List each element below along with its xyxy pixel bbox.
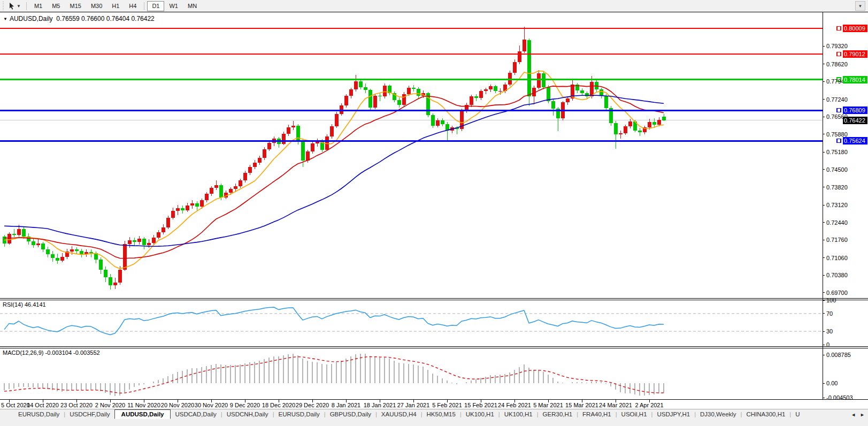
timeframe-button-d1[interactable]: D1	[147, 1, 164, 11]
tab-gbpusd-daily[interactable]: GBPUSD,Daily	[326, 409, 375, 419]
svg-text:0.72440: 0.72440	[826, 219, 848, 226]
toolbar-separator	[144, 2, 144, 10]
svg-text:0.79012: 0.79012	[844, 51, 865, 57]
svg-text:30 Nov 2020: 30 Nov 2020	[195, 402, 228, 408]
svg-text:20 Nov 2020: 20 Nov 2020	[161, 402, 194, 408]
tab-usdcad-daily[interactable]: USDCAD,Daily	[171, 409, 220, 419]
timeframe-button-m5[interactable]: M5	[47, 1, 65, 11]
svg-text:0.74500: 0.74500	[826, 166, 848, 173]
tab-scroll-right-button[interactable]: ►	[858, 409, 867, 417]
svg-text:0.00: 0.00	[826, 380, 838, 386]
tab-hk50-m15[interactable]: HK50,M15	[423, 409, 460, 419]
svg-text:0.78014: 0.78014	[844, 77, 865, 83]
svg-text:-0.004503: -0.004503	[826, 394, 853, 401]
chevron-down-icon: ▼	[17, 4, 21, 9]
chart-window: 0.793200.786200.779400.772400.765600.758…	[0, 12, 868, 409]
svg-text:0.75180: 0.75180	[826, 149, 848, 155]
svg-text:0.76809: 0.76809	[844, 107, 865, 113]
svg-text:0.76422: 0.76422	[844, 117, 865, 124]
svg-text:100: 100	[826, 297, 836, 303]
svg-text:24 Feb 2021: 24 Feb 2021	[498, 402, 531, 408]
svg-text:2 Apr 2021: 2 Apr 2021	[635, 402, 663, 408]
svg-text:0.73820: 0.73820	[826, 184, 848, 191]
svg-text:27 Jan 2021: 27 Jan 2021	[397, 402, 430, 408]
svg-text:14 Oct 2020: 14 Oct 2020	[27, 402, 59, 408]
svg-text:0: 0	[826, 341, 829, 348]
svg-text:5 Mar 2021: 5 Mar 2021	[533, 402, 563, 408]
svg-text:0.75880: 0.75880	[826, 131, 848, 138]
tab-scroll-group: ◄ ►	[849, 409, 868, 421]
timeframe-button-m15[interactable]: M15	[65, 1, 86, 11]
svg-text:0.70380: 0.70380	[826, 272, 848, 278]
timeframe-button-w1[interactable]: W1	[164, 1, 183, 11]
chart-tab-bar: EURUSD,Daily|USDCHF,DailyAUDUSD,DailyUSD…	[0, 409, 868, 426]
svg-text:0.75624: 0.75624	[844, 138, 865, 144]
svg-text:18 Dec 2020: 18 Dec 2020	[262, 402, 295, 408]
svg-text:2 Nov 2020: 2 Nov 2020	[95, 402, 125, 408]
cursor-tool-button[interactable]: ▼	[7, 2, 22, 10]
tab-usoil-h1[interactable]: USOil,H1	[617, 409, 651, 419]
tab-eurusd-daily[interactable]: EURUSD,Daily	[274, 409, 324, 419]
svg-text:70: 70	[826, 310, 833, 317]
timeframe-button-h1[interactable]: H1	[107, 1, 124, 11]
svg-text:9 Dec 2020: 9 Dec 2020	[230, 402, 260, 408]
svg-text:18 Jan 2021: 18 Jan 2021	[364, 402, 396, 408]
svg-text:5 Oct 2020: 5 Oct 2020	[1, 402, 30, 408]
svg-text:0.78620: 0.78620	[826, 61, 848, 67]
cursor-icon	[9, 3, 15, 10]
tab-usdcnh-daily[interactable]: USDCNH,Daily	[222, 409, 273, 419]
svg-text:30: 30	[826, 328, 833, 334]
toolbar-grip[interactable]	[2, 2, 5, 10]
tab-audusd-daily[interactable]: AUDUSD,Daily	[114, 409, 171, 419]
tab-usdjpy-h1[interactable]: USDJPY,H1	[652, 409, 694, 419]
tab-xauusd-h4[interactable]: XAUUSD,H4	[377, 409, 421, 419]
chart-canvas[interactable]: 0.793200.786200.779400.772400.765600.758…	[0, 12, 868, 409]
toolbar-overflow-button[interactable]: ▼	[855, 1, 865, 11]
toolbar-separator	[26, 2, 27, 10]
tab-ger30-h1[interactable]: GER30,H1	[539, 409, 577, 419]
svg-text:24 Mar 2021: 24 Mar 2021	[599, 402, 632, 408]
svg-text:0.69700: 0.69700	[826, 290, 848, 296]
tab-scroll-left-button[interactable]: ◄	[849, 409, 858, 417]
timeframe-buttons: M1M5M15M30H1H4D1W1MN	[29, 1, 202, 11]
tab-china300-h1[interactable]: CHINA300,H1	[742, 409, 789, 419]
tab-usdchf-daily[interactable]: USDCHF,Daily	[65, 409, 114, 419]
svg-text:15 Feb 2021: 15 Feb 2021	[464, 402, 497, 408]
svg-text:29 Dec 2020: 29 Dec 2020	[296, 402, 329, 408]
timeframe-button-h4[interactable]: H4	[124, 1, 141, 11]
tab-u[interactable]: U	[791, 409, 804, 419]
tab-dj30-weekly[interactable]: DJ30,Weekly	[696, 409, 741, 419]
tab-uk100-h1[interactable]: UK100,H1	[462, 409, 498, 419]
svg-text:0.77240: 0.77240	[826, 96, 848, 103]
svg-text:0.71060: 0.71060	[826, 255, 848, 261]
svg-text:8 Jan 2021: 8 Jan 2021	[332, 402, 360, 408]
tab-uk100-h1[interactable]: UK100,H1	[500, 409, 537, 419]
svg-text:11 Nov 2020: 11 Nov 2020	[127, 402, 160, 408]
timeframe-button-mn[interactable]: MN	[183, 1, 202, 11]
svg-text:5 Feb 2021: 5 Feb 2021	[432, 402, 462, 408]
svg-text:15 Mar 2021: 15 Mar 2021	[565, 402, 598, 408]
timeframe-button-m30[interactable]: M30	[86, 1, 107, 11]
svg-text:0.79320: 0.79320	[826, 43, 848, 49]
timeframe-button-m1[interactable]: M1	[29, 1, 47, 11]
svg-text:0.73120: 0.73120	[826, 202, 848, 208]
top-toolbar: ▼ M1M5M15M30H1H4D1W1MN ▼	[0, 0, 868, 12]
tab-eurusd-daily[interactable]: EURUSD,Daily	[14, 409, 64, 419]
tab-fra40-h1[interactable]: FRA40,H1	[578, 409, 616, 419]
svg-text:0.80009: 0.80009	[844, 25, 865, 32]
svg-text:0.008785: 0.008785	[826, 352, 851, 358]
svg-text:23 Oct 2020: 23 Oct 2020	[60, 402, 93, 408]
svg-text:0.71760: 0.71760	[826, 237, 848, 243]
tab-strip: EURUSD,Daily|USDCHF,DailyAUDUSD,DailyUSD…	[0, 409, 868, 421]
